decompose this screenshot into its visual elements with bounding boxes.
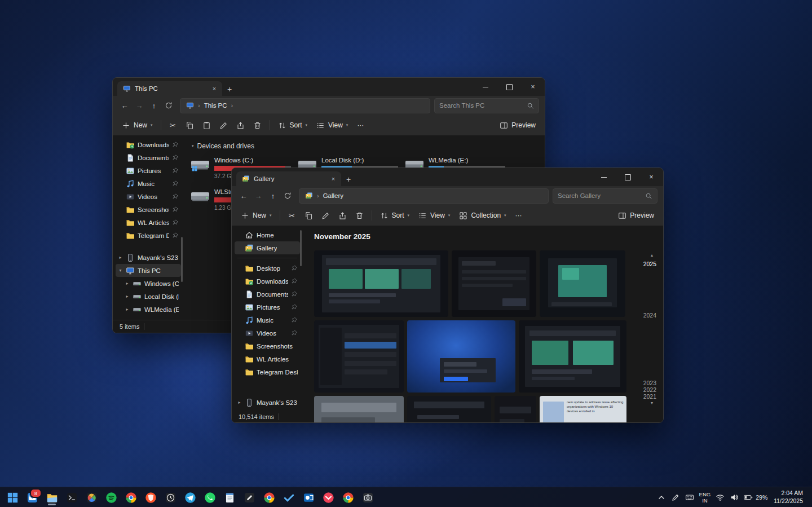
chevron-right-icon[interactable]: ▸ xyxy=(118,255,123,260)
taskbar-file-explorer-button[interactable] xyxy=(44,490,60,505)
forward-icon[interactable]: → xyxy=(251,188,266,203)
breadcrumb-gallery[interactable]: Gallery xyxy=(323,192,343,199)
gallery-sidebar-item-downloads[interactable]: Downloads xyxy=(235,275,300,288)
breadcrumb-this-pc[interactable]: This PC xyxy=(204,102,227,109)
taskbar-clock-button[interactable] xyxy=(162,490,178,505)
timeline-down-icon[interactable]: ▾ xyxy=(651,400,653,405)
gallery-sidebar-item-wl-articles[interactable]: WL Articles xyxy=(235,352,300,365)
search-box[interactable]: Search This PC xyxy=(434,98,539,113)
gallery-sidebar-item-desktop[interactable]: Desktop xyxy=(235,262,300,275)
chevron-right-icon[interactable]: ▸ xyxy=(125,294,130,299)
chevron-right-icon[interactable]: ▸ xyxy=(125,307,130,312)
tab-gallery[interactable]: Gallery × xyxy=(236,171,341,186)
rename-button[interactable] xyxy=(215,117,232,133)
taskbar-brave-button[interactable] xyxy=(143,490,158,505)
address-bar[interactable]: › This PC › xyxy=(180,98,430,113)
close-button[interactable]: × xyxy=(639,168,663,186)
sidebar-item-wlmedia-e[interactable]: ▸WLMedia (E:) xyxy=(116,303,181,316)
collection-button[interactable]: Collection ▾ xyxy=(454,208,510,223)
timeline-scrubber[interactable]: ▴20252024202320222021▾ xyxy=(637,253,657,414)
new-button[interactable]: New ▾ xyxy=(117,117,157,133)
taskbar-terminal-button[interactable] xyxy=(64,490,80,505)
new-tab-button[interactable]: + xyxy=(341,173,356,186)
taskbar-spotify-button[interactable] xyxy=(103,490,119,505)
photo-thumbnail[interactable] xyxy=(314,320,404,393)
taskbar-start-button[interactable] xyxy=(5,490,20,505)
chevron-down-icon[interactable]: ▾ xyxy=(118,268,123,273)
sidebar-item-music[interactable]: Music xyxy=(116,177,181,190)
back-icon[interactable]: ← xyxy=(117,98,132,113)
photo-thumbnail[interactable] xyxy=(314,250,448,317)
photo-thumbnail[interactable] xyxy=(407,320,515,393)
wifi-icon[interactable] xyxy=(716,493,725,502)
chevron-right-icon[interactable]: ▸ xyxy=(237,400,242,405)
paste-button[interactable] xyxy=(198,117,215,133)
forward-icon[interactable]: → xyxy=(132,98,147,113)
taskbar-telegram-button[interactable] xyxy=(182,490,198,505)
close-button[interactable]: × xyxy=(521,78,545,96)
chevron-right-icon[interactable]: ▸ xyxy=(125,281,130,286)
sidebar-item-documents[interactable]: Documents xyxy=(116,151,181,164)
volume-icon[interactable] xyxy=(730,493,739,502)
cut-button[interactable]: ✂ xyxy=(165,117,182,133)
preview-button[interactable]: Preview xyxy=(495,117,540,133)
rename-button[interactable] xyxy=(317,208,334,223)
sidebar-item-videos[interactable]: Videos xyxy=(116,190,181,203)
delete-button[interactable] xyxy=(249,117,266,133)
taskbar-todo-button[interactable] xyxy=(281,490,297,505)
taskbar-chrome-2-button[interactable] xyxy=(261,490,277,505)
gallery-sidebar-item-music[interactable]: Music xyxy=(235,314,300,327)
sidebar-scrollbar[interactable] xyxy=(300,230,302,266)
back-icon[interactable]: ← xyxy=(236,188,251,203)
sidebar-item-this-pc[interactable]: ▾This PC xyxy=(116,264,181,277)
share-button[interactable] xyxy=(232,117,249,133)
gallery-sidebar-item-gallery[interactable]: Gallery xyxy=(235,241,300,254)
gallery-sidebar-item-documents[interactable]: Documents xyxy=(235,288,300,301)
search-box[interactable]: Search Gallery xyxy=(553,188,657,204)
photo-thumbnail[interactable] xyxy=(495,396,536,422)
gallery-sidebar-item-mayank-s-s23[interactable]: ▸Mayank's S23 xyxy=(235,396,300,409)
more-button[interactable]: ··· xyxy=(352,117,368,133)
delete-button[interactable] xyxy=(351,208,368,223)
gallery-sidebar-item-pictures[interactable]: Pictures xyxy=(235,301,300,314)
copy-button[interactable] xyxy=(301,208,317,223)
touch-keyboard-icon[interactable] xyxy=(685,493,694,502)
photo-thumbnail[interactable] xyxy=(540,250,625,317)
taskbar-whatsapp-button[interactable] xyxy=(202,490,218,505)
photo-thumbnail[interactable] xyxy=(519,320,626,393)
sidebar-item-wl-articles[interactable]: WL Articles xyxy=(116,216,181,229)
cut-button[interactable]: ✂ xyxy=(284,208,301,223)
sort-button[interactable]: Sort ▾ xyxy=(376,208,414,223)
refresh-icon[interactable] xyxy=(161,98,176,113)
timeline-year-2025[interactable]: 2025 xyxy=(643,261,656,267)
photo-thumbnail[interactable] xyxy=(452,250,536,317)
photo-thumbnail[interactable] xyxy=(407,396,491,422)
view-button[interactable]: View ▾ xyxy=(312,117,352,133)
taskbar-notepad-button[interactable] xyxy=(222,490,237,505)
gallery-sidebar-item-telegram-desktop[interactable]: Telegram Desktop xyxy=(235,365,300,378)
taskbar-chrome-3-button[interactable] xyxy=(340,490,356,505)
sidebar-item-screenshots[interactable]: Screenshots xyxy=(116,203,181,216)
sort-button[interactable]: Sort ▾ xyxy=(273,117,312,133)
maximize-button[interactable] xyxy=(497,78,521,96)
timeline-up-icon[interactable]: ▴ xyxy=(651,253,653,258)
sidebar-item-downloads[interactable]: Downloads xyxy=(116,138,181,151)
gallery-sidebar-item-videos[interactable]: Videos xyxy=(235,327,300,340)
new-button[interactable]: New ▾ xyxy=(236,208,276,223)
taskbar-mail-button[interactable]: 8 xyxy=(24,490,40,505)
gallery-titlebar[interactable]: Gallery × + × xyxy=(232,168,663,186)
refresh-icon[interactable] xyxy=(280,188,295,203)
copy-button[interactable] xyxy=(182,117,198,133)
timeline-year-2022[interactable]: 2022 xyxy=(643,386,656,393)
taskbar-outlook-button[interactable] xyxy=(301,490,316,505)
clock[interactable]: 2:04 AM 11/22/2025 xyxy=(774,490,803,505)
gallery-sidebar-item-home[interactable]: Home xyxy=(235,228,300,241)
taskbar-photos-button[interactable] xyxy=(83,490,99,505)
sidebar-item-telegram-deskt[interactable]: Telegram Deskt... xyxy=(116,229,181,242)
hidden-icons-chevron-icon[interactable] xyxy=(657,493,666,502)
this-pc-titlebar[interactable]: This PC × + × xyxy=(113,78,545,96)
taskbar-pocket-button[interactable] xyxy=(320,490,336,505)
maximize-button[interactable] xyxy=(616,168,639,186)
minimize-button[interactable] xyxy=(474,78,497,96)
photo-thumbnail[interactable] xyxy=(314,396,404,422)
